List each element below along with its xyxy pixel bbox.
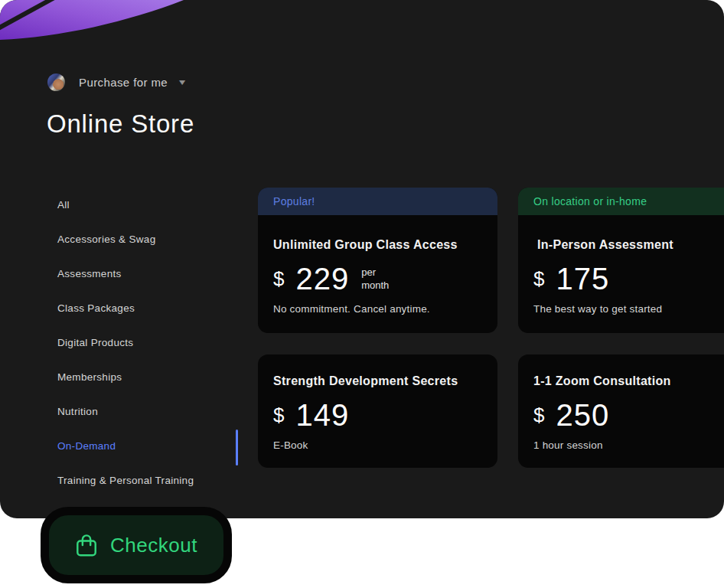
- product-card-1-1-zoom-consultation[interactable]: 1-1 Zoom Consultation $ 250 1 hour sessi…: [518, 354, 724, 468]
- product-price: 149: [295, 398, 349, 433]
- product-card-unlimited-group-class-access[interactable]: Popular! Unlimited Group Class Access $ …: [258, 188, 497, 333]
- sidebar-item-assessments[interactable]: Assessments: [57, 256, 233, 291]
- sidebar-item-memberships[interactable]: Memberships: [57, 360, 233, 394]
- billing-period: per month: [361, 266, 389, 292]
- product-price: 175: [556, 262, 609, 296]
- product-subtitle: No commitment. Cancel anytime.: [273, 303, 482, 315]
- purple-swoosh-decoration: [0, 0, 191, 46]
- product-title: Unlimited Group Class Access: [273, 238, 482, 252]
- sidebar-item-class-packages[interactable]: Class Packages: [57, 291, 233, 325]
- sidebar-item-training-personal-training[interactable]: Training & Personal Training: [57, 463, 233, 498]
- sidebar-item-on-demand[interactable]: On-Demand: [57, 429, 233, 463]
- product-price: 250: [556, 398, 609, 433]
- currency-symbol: $: [533, 403, 544, 427]
- chevron-down-icon[interactable]: ▾: [179, 77, 185, 87]
- popular-badge: Popular!: [258, 188, 497, 215]
- product-subtitle: The best way to get started: [533, 303, 724, 315]
- purchase-for-dropdown[interactable]: Purchase for me ▾: [47, 72, 184, 92]
- product-subtitle: 1 hour session: [533, 439, 724, 451]
- checkout-label: Checkout: [110, 534, 197, 557]
- sidebar-item-all[interactable]: All: [57, 188, 233, 222]
- shopping-bag-icon: [75, 533, 98, 558]
- currency-symbol: $: [273, 267, 284, 291]
- store-panel: Purchase for me ▾ Online Store All Acces…: [0, 0, 724, 518]
- product-title: In-Person Assessment: [533, 238, 724, 252]
- location-badge: On location or in-home: [518, 188, 724, 215]
- currency-symbol: $: [533, 267, 544, 291]
- product-card-in-person-assessment[interactable]: On location or in-home In-Person Assessm…: [518, 188, 724, 333]
- online-store-screen: Purchase for me ▾ Online Store All Acces…: [0, 0, 724, 588]
- avatar: [47, 74, 65, 91]
- product-subtitle: E-Book: [273, 439, 482, 451]
- product-title: 1-1 Zoom Consultation: [533, 374, 724, 388]
- sidebar-item-accessories-swag[interactable]: Accessories & Swag: [57, 222, 233, 256]
- checkout-button[interactable]: Checkout: [41, 507, 232, 583]
- sidebar-item-nutrition[interactable]: Nutrition: [57, 394, 233, 429]
- active-category-indicator: [236, 430, 238, 466]
- currency-symbol: $: [273, 403, 284, 427]
- product-price: 229: [295, 262, 349, 296]
- product-card-strength-development-secrets[interactable]: Strength Development Secrets $ 149 E-Boo…: [258, 354, 497, 468]
- page-title: Online Store: [47, 109, 194, 139]
- category-sidebar: All Accessories & Swag Assessments Class…: [57, 188, 233, 498]
- purchase-for-label: Purchase for me: [79, 76, 168, 89]
- product-title: Strength Development Secrets: [273, 374, 482, 388]
- sidebar-item-digital-products[interactable]: Digital Products: [57, 325, 233, 360]
